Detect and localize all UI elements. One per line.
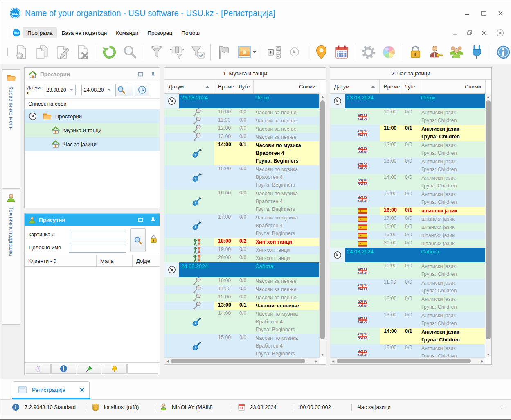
map-pin-button[interactable] — [311, 42, 331, 62]
col-snimi[interactable]: Сними — [419, 80, 486, 93]
scroll-down-icon[interactable]: ▼ — [320, 352, 326, 357]
doc-copy-button[interactable] — [32, 42, 52, 62]
minimize-icon[interactable] — [464, 11, 470, 16]
schedule-row[interactable]: 12:00 0/0 Часови за пеење — [164, 125, 320, 133]
schedule-row[interactable]: 19:00 0/0 Хип-хоп танци — [164, 246, 320, 254]
vertical-scrollbar[interactable]: ▲ ▼ — [319, 94, 326, 357]
toolbar-grip[interactable] — [7, 48, 8, 56]
schedule-row[interactable]: 17:00 0/0 шпански јазик — [330, 215, 486, 223]
schedule-row[interactable]: 11:00 0/1 Англиски јазикГрупа: Children — [330, 125, 486, 141]
pin-icon[interactable] — [151, 72, 155, 77]
date-to-select[interactable]: 24.08.20 — [81, 85, 113, 95]
minimize-box-icon[interactable] — [138, 72, 143, 77]
col-datum[interactable]: Датум — [330, 80, 380, 93]
tree-item-Час за јазици[interactable]: Час за јазици — [25, 137, 160, 151]
col-people[interactable]: Луѓе — [234, 80, 254, 93]
maximize-icon[interactable] — [481, 11, 486, 16]
close-icon[interactable] — [80, 388, 84, 392]
schedule-row[interactable]: 15:00 0/0 Часови по музикаВработен 4Груп… — [164, 334, 320, 358]
schedule-row[interactable]: 12:00 0/0 Англиски јазикГрупа: Children — [330, 141, 486, 158]
schedule-row[interactable]: 15:00 0/0 Часови по музикаВработен 4Груп… — [164, 165, 320, 190]
schedule-row[interactable]: 11:00 0/0 Часови за пеење — [164, 285, 320, 294]
schedule-row[interactable]: 14:00 0/1 Англиски јазикГрупа: Children — [330, 328, 486, 344]
rooms-search-button[interactable] — [115, 84, 127, 96]
menu-item-2[interactable]: Команди — [111, 27, 143, 38]
schedule-row[interactable]: 11:00 0/0 Англиски јазикГрупа: Children — [330, 279, 486, 295]
lock-button[interactable] — [405, 42, 425, 62]
pushpin-button[interactable] — [77, 364, 101, 374]
date-from-select[interactable]: 23.08.20 — [44, 85, 76, 95]
scroll-right-icon[interactable]: ▶ — [479, 358, 485, 364]
scrollbar-thumb[interactable] — [320, 100, 325, 339]
rooms-clock-button[interactable] — [135, 84, 149, 96]
present-search-button[interactable] — [130, 228, 146, 252]
padlock-icon[interactable] — [150, 235, 158, 244]
schedule-row[interactable]: 18:00 0/0 шпански јазик — [330, 223, 486, 231]
schedule-row[interactable]: 17:00 0/0 Часови по музикаВработен 4Груп… — [164, 214, 320, 238]
menu-item-4[interactable]: Помош — [177, 27, 204, 38]
color-wheel-button[interactable] — [378, 42, 399, 62]
schedule-row[interactable]: 14:00 0/0 Англиски јазикГрупа: Children — [330, 174, 486, 190]
schedule-row[interactable]: 12:00 0/0 Англиски јазикГрупа: Children — [330, 295, 486, 312]
flag-button[interactable] — [214, 42, 234, 62]
resize-grip-icon[interactable]: .∷ — [499, 404, 505, 410]
schedule-row[interactable]: 16:00 0/0 Часови по музикаВработен 4Груп… — [164, 190, 320, 214]
schedule-row[interactable]: 11:00 0/0 Часови за пеење — [164, 117, 320, 125]
schedule-row[interactable]: 10:00 0/0 Часови за пеење — [164, 277, 320, 285]
filter-button[interactable] — [146, 42, 167, 62]
overflow-chevron-icon[interactable] — [496, 29, 504, 37]
schedule-row[interactable]: 10:00 0/0 Англиски јазикГрупа: Children — [330, 108, 486, 125]
users-group-button[interactable] — [446, 42, 466, 62]
vertical-scrollbar[interactable]: ▲ ▼ — [485, 94, 491, 357]
tree-item-Простории[interactable]: Простории — [25, 109, 160, 123]
col-time[interactable]: Време — [214, 80, 234, 93]
bell-button[interactable] — [102, 364, 127, 374]
plug-button[interactable] — [466, 42, 487, 62]
scrollbar-thumb[interactable] — [486, 100, 491, 339]
scrollbar-thumb[interactable] — [337, 359, 471, 363]
rows-toggle-button[interactable] — [264, 42, 284, 62]
sidebar-tab-user-menu[interactable]: Корисничко мени — [2, 69, 20, 189]
schedule-row[interactable]: 16:00 0/1 шпански јазик — [330, 207, 486, 215]
filter-columns-button[interactable] — [167, 42, 187, 62]
doc-new-button[interactable] — [11, 42, 32, 62]
schedule-row[interactable]: 13:00 0/0 Англиски јазикГрупа: Children — [330, 312, 486, 328]
schedule-row[interactable]: 15:00 0/0 Англиски јазикГрупа: Children — [330, 344, 486, 358]
scrollbar-thumb[interactable] — [171, 359, 305, 363]
scroll-down-icon[interactable]: ▼ — [485, 352, 491, 357]
date-group-row[interactable]: 23.08.2024 Петок — [330, 94, 486, 108]
horizontal-scrollbar[interactable]: ◀ ▶ — [164, 357, 319, 364]
mdi-minimize-icon[interactable] — [453, 31, 457, 35]
doc-edit-button[interactable] — [52, 42, 72, 62]
clients-col-0[interactable]: Клиенти - 0 — [25, 255, 97, 266]
scroll-up-icon[interactable]: ▲ — [485, 94, 491, 99]
full-name-input[interactable] — [69, 243, 126, 253]
schedule-row[interactable]: 19:00 0/0 шпански јазик — [330, 231, 486, 239]
col-datum[interactable]: Датум — [164, 80, 214, 93]
sidebar-tab-tech-support[interactable]: Техничка поддршка — [2, 190, 20, 325]
close-icon[interactable] — [498, 11, 503, 16]
user-key-button[interactable] — [425, 42, 446, 62]
schedule-row[interactable]: 14:00 0/1 Часови по музикаВработен 4Груп… — [164, 141, 320, 165]
tree-item-Музика и танци[interactable]: Музика и танци — [25, 123, 160, 137]
schedule-row[interactable]: 14:00 0/0 Часови по музикаВработен 4Груп… — [164, 310, 320, 334]
schedule-row[interactable]: 13:00 0/0 Англиски јазикГрупа: Children — [330, 158, 486, 174]
schedule-row[interactable]: 12:00 0/0 Часови за пеење — [164, 294, 320, 302]
menu-item-1[interactable]: База на податоци — [57, 27, 111, 38]
schedule-row[interactable]: 10:00 0/0 Часови за пеење — [164, 108, 320, 117]
date-group-row[interactable]: 24.08.2024 Сабота — [330, 248, 486, 262]
calendar-button[interactable] — [331, 42, 352, 62]
gear-button[interactable] — [358, 42, 378, 62]
mdi-restore-icon[interactable] — [467, 30, 472, 35]
refresh-button[interactable] — [99, 42, 119, 62]
tab-registration[interactable]: Регистрација — [13, 381, 90, 398]
schedule-row[interactable]: 13:00 0/1 Часови за пеење — [164, 302, 320, 310]
info-circle-button[interactable] — [51, 364, 76, 374]
date-group-row[interactable]: 23.08.2024 Петок — [164, 94, 320, 108]
hand-button[interactable] — [26, 364, 51, 374]
schedule-row[interactable]: 20:00 0/0 шпански јазик — [330, 239, 486, 248]
scroll-up-icon[interactable]: ▲ — [320, 94, 326, 99]
doc-delete-button[interactable] — [72, 42, 93, 62]
picture-button[interactable] — [234, 42, 254, 62]
filter-check-button[interactable] — [187, 42, 207, 62]
